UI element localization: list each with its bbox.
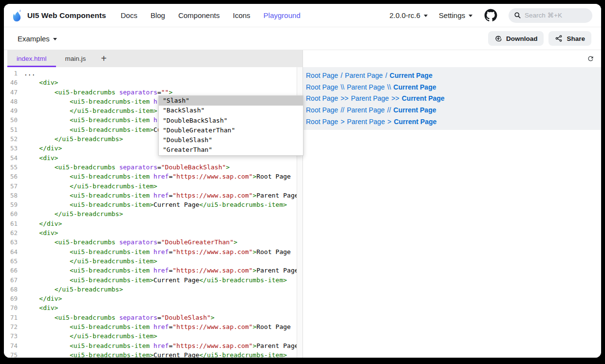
code-line[interactable]: 57 </ui5-breadcrumbs-item>: [7, 182, 291, 191]
code-token: [24, 125, 70, 134]
code-token: <ui5-breadcrumbs-item>: [70, 350, 153, 358]
code-line[interactable]: 72 <ui5-breadcrumbs-item href="https://w…: [7, 322, 291, 331]
line-number: 52: [7, 134, 24, 144]
code-token: href: [153, 191, 169, 200]
code-line[interactable]: 63 <ui5-breadcrumbs separators="DoubleGr…: [7, 237, 291, 247]
breadcrumb-link[interactable]: Parent Page: [351, 94, 389, 102]
code-token: <ui5-breadcrumbs-item>: [70, 200, 153, 209]
code-line[interactable]: 75 <ui5-breadcrumbs-item>Current Page</u…: [7, 350, 291, 358]
code-line[interactable]: 60 </ui5-breadcrumbs>: [7, 209, 291, 218]
share-button[interactable]: Share: [548, 31, 591, 46]
breadcrumb-current-page: Current Page: [390, 72, 433, 79]
code-line[interactable]: 1...: [7, 69, 291, 78]
code-line[interactable]: 73 </ui5-breadcrumbs-item>: [7, 331, 291, 341]
top-navbar: UI5 Web Components DocsBlogComponentsIco…: [4, 4, 601, 27]
code-line[interactable]: 46 <div>: [7, 78, 291, 87]
breadcrumb-row: Root Page\\Parent Page\\Current Page: [306, 81, 601, 93]
version-dropdown[interactable]: 2.0.0-rc.6: [389, 11, 427, 19]
autocomplete-option[interactable]: "DoubleSlash": [159, 135, 303, 145]
code-line[interactable]: 68 </ui5-breadcrumbs>: [7, 285, 291, 294]
code-token: <ui5-breadcrumbs-item: [70, 172, 153, 181]
breadcrumb-link[interactable]: Root Page: [306, 118, 338, 126]
line-number: 73: [7, 331, 24, 341]
breadcrumb-separator: \\: [387, 83, 391, 91]
search-input[interactable]: [525, 12, 583, 19]
nav-item-blog[interactable]: Blog: [151, 11, 165, 19]
breadcrumb-link[interactable]: Root Page: [306, 94, 338, 102]
code-line[interactable]: 70 <div>: [7, 303, 291, 312]
search-box[interactable]: [509, 8, 592, 23]
code-token: <div>: [39, 303, 58, 312]
breadcrumb-link[interactable]: Parent Page: [345, 72, 383, 79]
code-line[interactable]: 67 <ui5-breadcrumbs-item>Current Page</u…: [7, 275, 291, 285]
breadcrumb-link[interactable]: Parent Page: [347, 118, 385, 126]
code-token: Current Page: [153, 200, 199, 209]
editor-tabbar: index.htmlmain.js+: [7, 50, 302, 67]
code-token: [24, 350, 70, 358]
examples-dropdown[interactable]: Examples: [18, 35, 57, 43]
code-token: >: [226, 163, 230, 172]
code-token: </ui5-breadcrumbs-item>: [199, 275, 287, 285]
code-token: <ui5-breadcrumbs-item: [70, 266, 153, 275]
code-token: Parent Page: [256, 341, 297, 350]
code-line[interactable]: 56 <ui5-breadcrumbs-item href="https://w…: [7, 172, 291, 181]
github-link[interactable]: [484, 9, 497, 22]
line-number: 53: [7, 144, 24, 153]
breadcrumb-separator: >>: [340, 94, 348, 102]
code-line[interactable]: 74 <ui5-breadcrumbs-item href="https://w…: [7, 341, 291, 350]
line-number: 75: [7, 350, 24, 358]
code-token: <ui5-breadcrumbs-item: [70, 97, 153, 106]
autocomplete-option[interactable]: "Slash": [159, 96, 303, 106]
code-token: Parent Page: [256, 191, 297, 200]
code-line[interactable]: 62 <div>: [7, 228, 291, 237]
line-number: 47: [7, 88, 24, 97]
code-line[interactable]: 55 <ui5-breadcrumbs separators="DoubleBa…: [7, 163, 291, 172]
add-tab-button[interactable]: +: [95, 50, 113, 67]
breadcrumb-link[interactable]: Parent Page: [347, 106, 385, 114]
settings-dropdown[interactable]: Settings: [439, 11, 473, 19]
code-token: href: [153, 247, 169, 256]
code-token: "https://www.sap.com": [172, 266, 252, 275]
tab-main-js[interactable]: main.js: [56, 50, 95, 67]
tab-index-html[interactable]: index.html: [7, 50, 56, 67]
code-token: </ui5-breadcrumbs>: [55, 134, 123, 144]
code-token: Root Page: [256, 172, 290, 181]
download-button[interactable]: Download: [488, 31, 544, 46]
autocomplete-option[interactable]: "DoubleGreaterThan": [159, 126, 303, 135]
nav-item-playground[interactable]: Playground: [264, 11, 301, 19]
breadcrumb-current-page: Current Page: [394, 118, 436, 126]
code-token: </div>: [39, 144, 62, 153]
code-token: >: [234, 237, 238, 247]
breadcrumb-link[interactable]: Root Page: [306, 83, 338, 91]
code-token: [24, 153, 39, 163]
code-token: <ui5-breadcrumbs: [55, 88, 119, 97]
breadcrumb-link[interactable]: Parent Page: [347, 83, 385, 91]
autocomplete-option[interactable]: "DoubleBackSlash": [159, 116, 303, 126]
chevron-down-icon: [469, 15, 473, 17]
code-token: [24, 341, 70, 350]
code-line[interactable]: 65 </ui5-breadcrumbs-item>: [7, 256, 291, 266]
code-line[interactable]: 64 <ui5-breadcrumbs-item href="https://w…: [7, 247, 291, 256]
code-token: separators: [119, 313, 157, 322]
nav-item-components[interactable]: Components: [178, 11, 220, 19]
ui5-flame-logo-icon: [12, 9, 23, 22]
refresh-button[interactable]: [586, 55, 595, 63]
autocomplete-option[interactable]: "GreaterThan": [159, 145, 303, 155]
code-line[interactable]: 66 <ui5-breadcrumbs-item href="https://w…: [7, 266, 291, 275]
download-icon: [494, 35, 502, 42]
code-token: =: [157, 163, 161, 172]
line-number: 67: [7, 275, 24, 285]
code-line[interactable]: 71 <ui5-breadcrumbs separators="DoubleSl…: [7, 313, 291, 322]
breadcrumb-link[interactable]: Root Page: [306, 72, 338, 79]
autocomplete-option[interactable]: "BackSlash": [159, 106, 303, 115]
nav-item-icons[interactable]: Icons: [233, 11, 250, 19]
nav-item-docs[interactable]: Docs: [121, 11, 137, 19]
code-line[interactable]: 59 <ui5-breadcrumbs-item>Current Page</u…: [7, 200, 291, 209]
code-line[interactable]: 69 </div>: [7, 294, 291, 303]
breadcrumb-link[interactable]: Root Page: [306, 106, 338, 114]
code-line[interactable]: 61 </div>: [7, 219, 291, 228]
breadcrumb-separator: >: [340, 118, 344, 126]
brand[interactable]: UI5 Web Components: [12, 9, 106, 22]
code-line[interactable]: 58 <ui5-breadcrumbs-item href="https://w…: [7, 191, 291, 200]
code-token: </ui5-breadcrumbs-item>: [70, 256, 157, 266]
